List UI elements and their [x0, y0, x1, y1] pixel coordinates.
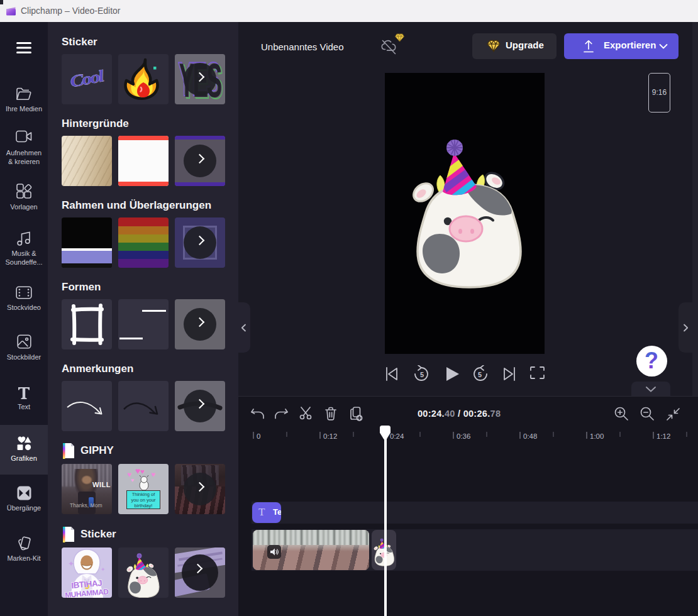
svg-text:Cool: Cool: [69, 66, 106, 91]
svg-text:5: 5: [478, 371, 482, 378]
svg-text:?: ?: [645, 348, 658, 373]
svg-text:5: 5: [420, 371, 424, 378]
svg-text:✦: ✦: [101, 566, 106, 573]
svg-text:✦: ✦: [68, 559, 74, 568]
